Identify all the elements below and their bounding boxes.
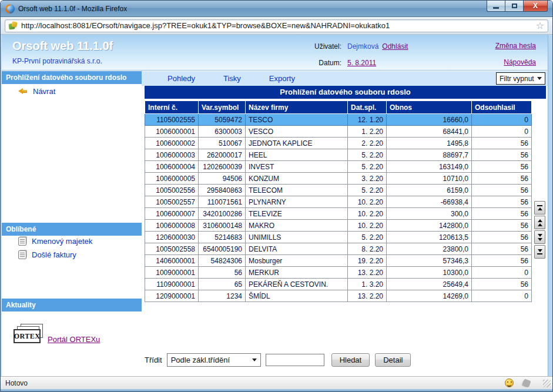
table-cell: 0 xyxy=(472,290,532,302)
table-cell: 262000017 xyxy=(199,149,246,161)
ortex-portal-link[interactable]: Portál ORTEXu xyxy=(48,335,100,344)
table-cell: 1006000008 xyxy=(145,220,199,232)
last-record-button[interactable] xyxy=(534,245,545,259)
data-table: Interní č.Var.symbolNázev firmyDat.spl.O… xyxy=(145,100,532,302)
minimize-button[interactable] xyxy=(487,1,505,12)
table-row[interactable]: 12060000305214683UNIMILLS5. 2.20120613,5… xyxy=(145,232,532,243)
filter-select[interactable]: Filtr vypnut xyxy=(496,72,545,85)
date-label: Datum: xyxy=(278,59,341,67)
table-row[interactable]: 100600000594506KONZUM3. 2.2010710,056 xyxy=(145,173,532,185)
smiley-addon-icon[interactable] xyxy=(505,378,514,387)
sort-select[interactable]: Podle zákl.třídění xyxy=(167,353,261,367)
column-header: Odsouhlasil xyxy=(472,101,532,114)
table-cell: 56 xyxy=(472,243,532,255)
table-cell: 1005002558 xyxy=(145,243,199,255)
app-title: Orsoft web 11.1.0f xyxy=(12,39,113,53)
table-cell: 1006000005 xyxy=(145,173,199,185)
change-password-link[interactable]: Změna hesla xyxy=(495,42,536,51)
table-row[interactable]: 1005002557110071561PLYNARNY10. 2.20-6693… xyxy=(145,196,532,208)
table-cell: 1105002555 xyxy=(145,114,199,126)
table-cell: 56 xyxy=(472,232,532,243)
page-up-icon xyxy=(538,219,542,222)
table-cell: 120613,5 xyxy=(387,232,472,243)
sidebar-section-title: Prohlížení datového souboru rdoslo xyxy=(2,71,142,84)
browser-window: Orsoft web 11.1.0f - Mozilla Firefox X h… xyxy=(0,0,553,392)
date-link[interactable]: 5. 8.2011 xyxy=(347,59,376,67)
table-row[interactable]: 10050025586540005190DELVITA8. 2.2023800,… xyxy=(145,243,532,255)
favorite-item[interactable]: Kmenový majetek xyxy=(18,237,92,246)
sidebar: Prohlížení datového souboru rdoslo Návra… xyxy=(2,71,142,376)
menu-item[interactable]: Exporty xyxy=(269,74,295,83)
menu-item[interactable]: Pohledy xyxy=(167,74,195,83)
header-info: Uživatel: Dejmková Odhlásit Datum: 5. 8.… xyxy=(278,42,408,75)
table-cell: 16660,0 xyxy=(387,114,472,126)
table-cell: TELECOM xyxy=(246,185,348,196)
table-row[interactable]: 100900000156MERKUR13. 2.2010300,00 xyxy=(145,267,532,279)
logout-link[interactable]: Odhlásit xyxy=(382,42,408,51)
table-cell: 0 xyxy=(472,126,532,138)
detail-button[interactable]: Detail xyxy=(375,353,411,367)
table-cell: 6300003 xyxy=(199,126,246,138)
table-row[interactable]: 12090000011234ŠMÍDL13. 2.2014269,00 xyxy=(145,290,532,302)
table-cell: DELVITA xyxy=(246,243,348,255)
table-cell: 1209000001 xyxy=(145,290,199,302)
column-header: Var.symbol xyxy=(199,101,246,114)
table-cell: KONZUM xyxy=(246,173,348,185)
table-cell: 10710,0 xyxy=(387,173,472,185)
plugin-addon-icon[interactable] xyxy=(522,378,531,387)
column-header: Dat.spl. xyxy=(348,101,387,114)
table-cell: INVEST xyxy=(246,161,348,173)
back-arrow-icon xyxy=(18,88,28,95)
table-row[interactable]: 1005002556295840863TELECOM5. 2.206159,05… xyxy=(145,185,532,196)
table-cell: 56 xyxy=(199,267,246,279)
url-input[interactable]: http://localhost:8081/EOrsoft/navigace.j… xyxy=(5,19,548,32)
table-cell: 1006000002 xyxy=(145,138,199,149)
table-row[interactable]: 1006000003262000017HEEL5. 2.2088697,756 xyxy=(145,149,532,161)
table-cell: 56 xyxy=(472,149,532,161)
table-cell: 1109000001 xyxy=(145,279,199,290)
table-cell: -66938,4 xyxy=(387,196,472,208)
window-controls: X xyxy=(487,1,548,12)
maximize-button[interactable] xyxy=(505,1,523,12)
table-cell: 0 xyxy=(472,267,532,279)
menu-item[interactable]: Tisky xyxy=(223,74,241,83)
table-row[interactable]: 110900000165PEKÁREŇ A CESTOVIN.1. 3.2025… xyxy=(145,279,532,290)
table-cell: 56 xyxy=(472,279,532,290)
table-cell: 110071561 xyxy=(199,196,246,208)
close-button[interactable]: X xyxy=(523,1,548,12)
search-button[interactable]: Hledat xyxy=(331,353,370,367)
minimize-icon xyxy=(493,7,499,9)
table-cell: 10. 2.20 xyxy=(348,208,387,220)
back-link[interactable]: Návrat xyxy=(18,87,55,96)
column-header: Interní č. xyxy=(145,101,199,114)
page-up-button[interactable] xyxy=(534,216,545,229)
table-cell: TELEVIZE xyxy=(246,208,348,220)
table-row[interactable]: 1006000002510067JEDNOTA KAPLICE2. 2.2014… xyxy=(145,138,532,149)
ortex-logo-text: ORTEX xyxy=(14,329,41,343)
first-record-button[interactable] xyxy=(534,201,545,215)
table-row[interactable]: 10060000083106000148MAKRO10. 2.20142800,… xyxy=(145,220,532,232)
search-input[interactable] xyxy=(266,354,324,366)
table-cell: 3420100286 xyxy=(199,208,246,220)
table-cell: 56 xyxy=(472,208,532,220)
table-row[interactable]: 11050025555059472TESCO12. 1.2016660,00 xyxy=(145,114,532,126)
table-cell: 5. 2.20 xyxy=(348,185,387,196)
table-cell: 14269,0 xyxy=(387,290,472,302)
table-cell: 56 xyxy=(472,220,532,232)
help-link[interactable]: Nápověda xyxy=(495,58,536,68)
page-down-button[interactable] xyxy=(534,230,545,244)
window-titlebar[interactable]: Orsoft web 11.1.0f - Mozilla Firefox X xyxy=(1,1,552,17)
table-cell: 1202600039 xyxy=(199,161,246,173)
favorite-item[interactable]: Došlé faktury xyxy=(18,250,76,259)
chevron-down-icon xyxy=(537,77,542,80)
table-footer-form: Třídit Podle zákl.třídění Hledat Detail xyxy=(145,353,411,367)
table-row[interactable]: 10060000016300003VESCO1. 2.2068441,00 xyxy=(145,126,532,138)
table-row[interactable]: 10060000073420100286TELEVIZE10. 2.20300,… xyxy=(145,208,532,220)
table-cell: 1406000001 xyxy=(145,255,199,267)
table-row[interactable]: 140600000154824306Mosburger19. 2.2057346… xyxy=(145,255,532,267)
bookmark-star-icon[interactable]: ☆ xyxy=(536,21,544,31)
resize-grip[interactable] xyxy=(543,380,551,387)
table-cell: 68441,0 xyxy=(387,126,472,138)
table-cell: 23800,0 xyxy=(387,243,472,255)
table-row[interactable]: 10060000041202600039INVEST5. 2.20163149,… xyxy=(145,161,532,173)
